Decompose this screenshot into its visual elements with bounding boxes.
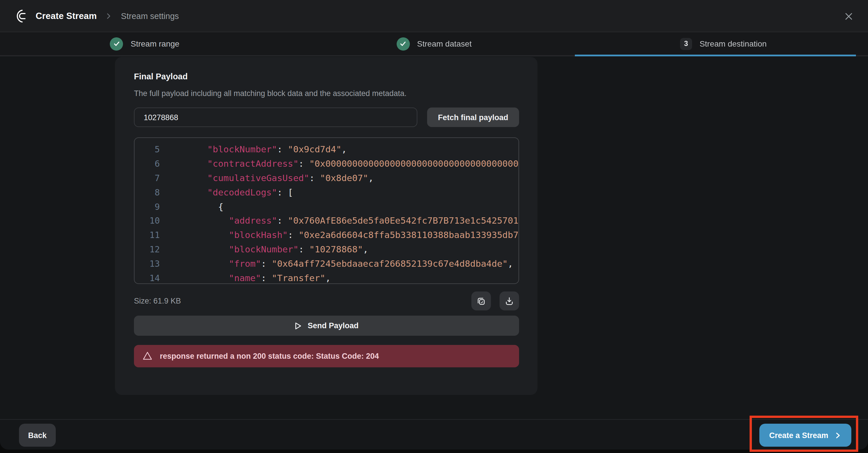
send-payload-button[interactable]: Send Payload: [134, 315, 519, 336]
code-text: "decodedLogs": [: [164, 187, 293, 198]
step-stream-range[interactable]: Stream range: [0, 32, 289, 55]
final-payload-card: Final Payload The full payload including…: [115, 57, 537, 395]
code-text: "blockNumber": "0x9cd7d4",: [164, 145, 347, 155]
step-stream-dataset[interactable]: Stream dataset: [289, 32, 579, 55]
download-icon: [505, 296, 514, 306]
code-text: {: [164, 202, 223, 212]
code-line: 6 "contractAddress": "0x0000000000000000…: [134, 157, 519, 171]
create-stream-label: Create a Stream: [769, 431, 828, 440]
breadcrumb: Stream settings: [121, 11, 179, 21]
code-text: "address": "0x760AfE86e5de5fa0Ee542fc7B7…: [164, 216, 519, 226]
fetch-final-payload-button[interactable]: Fetch final payload: [427, 108, 519, 127]
line-number: 5: [134, 145, 160, 155]
error-message: response returned a non 200 status code:…: [160, 352, 379, 360]
block-number-input[interactable]: [134, 108, 417, 127]
code-line: 7 "cumulativeGasUsed": "0x8de07",: [134, 171, 519, 185]
section-title: Final Payload: [134, 72, 519, 81]
code-text: "from": "0x64aff7245ebdaaecaf266852139c6…: [164, 259, 513, 269]
step-label: Stream dataset: [417, 39, 472, 48]
code-text: "blockNumber": "10278868",: [164, 244, 368, 255]
step-label: Stream range: [131, 39, 180, 48]
breadcrumb-chevron-icon: [105, 12, 113, 20]
copy-button[interactable]: [471, 292, 491, 310]
screen: Create Stream Stream settings Stream ran…: [0, 0, 868, 453]
code-line: 11 "blockHash": "0xe2a6d6604c8ffa5b33811…: [134, 228, 519, 243]
play-icon: [294, 322, 302, 330]
code-line: 13 "from": "0x64aff7245ebdaaecaf26685213…: [134, 257, 519, 271]
step-number-badge: 3: [680, 38, 692, 50]
code-line: 9 {: [134, 200, 519, 214]
check-circle-icon: [396, 37, 409, 50]
line-number: 14: [134, 273, 160, 283]
error-banner: response returned a non 200 status code:…: [134, 345, 519, 367]
modal-footer: Back Create a Stream: [0, 419, 868, 450]
modal-header: Create Stream Stream settings: [0, 0, 868, 32]
line-number: 10: [134, 216, 160, 226]
step-stream-destination[interactable]: 3 Stream destination: [579, 32, 868, 55]
payload-code-viewer[interactable]: 5 "blockNumber": "0x9cd7d4",6 "contractA…: [134, 138, 519, 284]
code-text: "blockHash": "0xe2a6d6604c8ffa5b33811038…: [164, 230, 519, 240]
line-number: 11: [134, 230, 160, 240]
payload-meta-row: Size: 61.9 KB: [134, 292, 519, 310]
section-description: The full payload including all matching …: [134, 89, 519, 98]
line-number: 7: [134, 173, 160, 183]
back-button[interactable]: Back: [19, 424, 56, 447]
code-line: 12 "blockNumber": "10278868",: [134, 242, 519, 257]
create-stream-button[interactable]: Create a Stream: [760, 424, 851, 447]
code-line: 5 "blockNumber": "0x9cd7d4",: [134, 143, 519, 157]
payload-actions: [471, 292, 519, 310]
check-circle-icon: [110, 37, 123, 50]
send-payload-label: Send Payload: [308, 321, 359, 330]
chevron-right-icon: [834, 431, 842, 439]
active-step-underline: [575, 54, 856, 56]
quicknode-logo-icon: [15, 9, 29, 23]
warning-triangle-icon: [143, 352, 152, 361]
line-number: 6: [134, 159, 160, 169]
code-text: "contractAddress": "0x000000000000000000…: [164, 159, 519, 169]
wizard-stepbar: Stream range Stream dataset 3 Stream des…: [0, 32, 868, 56]
close-button[interactable]: [840, 8, 857, 24]
close-icon: [844, 12, 853, 21]
line-number: 9: [134, 202, 160, 212]
code-text: "cumulativeGasUsed": "0x8de07",: [164, 173, 374, 183]
line-number: 13: [134, 259, 160, 269]
create-stream-modal: Create Stream Stream settings Stream ran…: [0, 0, 868, 450]
code-lines: 5 "blockNumber": "0x9cd7d4",6 "contractA…: [134, 143, 519, 284]
page-title: Create Stream: [36, 11, 97, 21]
code-text: "name": "Transfer",: [164, 273, 331, 283]
payload-size-label: Size: 61.9 KB: [134, 297, 181, 305]
code-line: 8 "decodedLogs": [: [134, 185, 519, 200]
code-line: 10 "address": "0x760AfE86e5de5fa0Ee542fc…: [134, 214, 519, 228]
code-line: 14 "name": "Transfer",: [134, 271, 519, 284]
line-number: 12: [134, 244, 160, 255]
step-label: Stream destination: [700, 39, 767, 48]
download-button[interactable]: [499, 292, 519, 310]
copy-icon: [476, 296, 486, 306]
line-number: 8: [134, 187, 160, 198]
block-input-row: Fetch final payload: [134, 108, 519, 127]
